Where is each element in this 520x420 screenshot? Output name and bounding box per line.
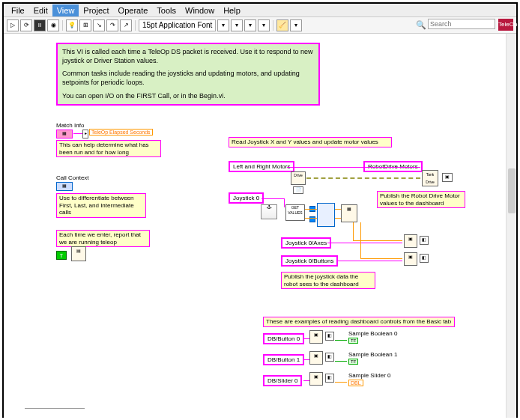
db-icon-0: ◧ xyxy=(325,332,334,341)
db-read-node-2[interactable]: ▣ xyxy=(309,372,323,386)
menu-edit[interactable]: Edit xyxy=(29,4,52,16)
font-selector[interactable]: 15pt Application Font xyxy=(139,19,216,31)
joy-buttons-tag[interactable]: Joystick 0/Buttons xyxy=(281,255,338,267)
read-joy-comment: Read Joystick X and Y values and update … xyxy=(229,137,392,147)
db-read-node-0[interactable]: ▣ xyxy=(309,330,323,344)
match-info-terminal[interactable]: ▦ xyxy=(56,130,73,139)
menu-tools[interactable]: Tools xyxy=(152,4,181,16)
sample-bool0-label: Sample Boolean 0 xyxy=(348,330,397,337)
db-icon-1: ◧ xyxy=(325,353,334,362)
bool-wire xyxy=(335,340,347,341)
search-icon: 🔍 xyxy=(416,20,426,30)
step-in-button[interactable]: ↘ xyxy=(93,19,105,31)
wire xyxy=(360,258,402,259)
buttons-out-icon: ◧ xyxy=(420,254,429,263)
wire xyxy=(287,167,420,168)
arcade-drive-node[interactable]: ▦ xyxy=(341,204,357,222)
publish-joy-comment: Publish the joystick data the robot sees… xyxy=(281,272,375,289)
sample-bool1-label: Sample Boolean 1 xyxy=(348,351,397,358)
write-teleop-node[interactable]: ▤ xyxy=(71,246,86,261)
block-diagram-canvas[interactable]: This VI is called each time a TeleOp DS … xyxy=(4,34,516,418)
wire xyxy=(261,198,284,199)
db-button0-tag[interactable]: DB/Button 0 xyxy=(263,333,304,344)
search-input[interactable] xyxy=(428,19,495,29)
abort-button[interactable]: ◉ xyxy=(47,19,59,31)
sample-bool0-terminal[interactable]: TF xyxy=(348,338,358,344)
joystick-icon[interactable]: 🕹 xyxy=(261,204,277,219)
vertical-scrollbar[interactable] xyxy=(506,34,516,418)
toolbar: ▷ ⟳ II ◉ 💡 ⊞ ↘ ↷ ↗ 15pt Application Font… xyxy=(4,17,516,34)
wire xyxy=(303,359,309,360)
wire xyxy=(353,222,354,240)
refnum-wire xyxy=(306,177,420,179)
pause-button[interactable]: II xyxy=(34,19,46,31)
more-button[interactable]: ▾ xyxy=(290,19,302,31)
db-button1-tag[interactable]: DB/Button 1 xyxy=(263,354,304,365)
match-info-label: Match Info xyxy=(56,122,84,129)
menu-window[interactable]: Window xyxy=(181,4,219,16)
axes-out-icon: ◧ xyxy=(420,236,429,245)
wire xyxy=(335,209,341,210)
call-context-terminal[interactable]: ▦ xyxy=(56,182,73,191)
joystick0-tag[interactable]: Joystick 0 xyxy=(229,192,264,204)
divider xyxy=(25,408,85,409)
vi-icon[interactable]: TeleOp xyxy=(498,19,513,31)
drive-open-node[interactable]: Drive xyxy=(291,171,306,185)
menu-view[interactable]: View xyxy=(52,4,79,16)
lr-motors-tag[interactable]: Left and Right Motors xyxy=(229,161,294,172)
reorder-button[interactable]: ▾ xyxy=(258,19,270,31)
wire xyxy=(303,380,309,381)
enter-help-comment: Each time we enter, report that we are r… xyxy=(56,230,150,247)
drive-sub-icon: 📄 xyxy=(293,186,303,194)
highlight-button[interactable]: 💡 xyxy=(66,19,78,31)
menu-project[interactable]: Project xyxy=(79,4,113,16)
get-values-node[interactable]: GET VALUES xyxy=(285,204,305,221)
wire xyxy=(73,133,82,134)
desc-line2: Common tasks include reading the joystic… xyxy=(62,70,314,87)
examples-comment: These are examples of reading dashboard … xyxy=(263,317,455,327)
wire xyxy=(284,198,285,207)
robot-drive-node[interactable]: TankDrive xyxy=(422,170,438,186)
sample-bool1-terminal[interactable]: TF xyxy=(348,359,358,365)
align-button[interactable]: ▾ xyxy=(217,19,229,31)
match-help-comment: This can help determine what has been ru… xyxy=(56,140,161,157)
bool-wire xyxy=(335,361,347,362)
menu-operate[interactable]: Operate xyxy=(114,4,153,16)
call-help-comment: Use to differentiate between First, Last… xyxy=(56,193,146,218)
unbundle-node[interactable]: ▸ xyxy=(82,130,88,139)
scroll-thumb[interactable] xyxy=(508,168,516,213)
wire xyxy=(303,338,309,339)
teleop-elapsed-terminal: TeleOp Elapsed Seconds xyxy=(89,129,153,136)
true-constant[interactable]: T xyxy=(56,251,67,260)
db-slider0-tag[interactable]: DB/Slider 0 xyxy=(263,375,302,386)
index-array-node[interactable] xyxy=(317,203,335,227)
cleanup-button[interactable]: 🧹 xyxy=(276,19,288,31)
dbl-out-icon: ▣ xyxy=(442,173,453,182)
wire xyxy=(336,261,402,261)
resize-button[interactable]: ▾ xyxy=(244,19,256,31)
distribute-button[interactable]: ▾ xyxy=(231,19,243,31)
desc-line1: This VI is called each time a TeleOp DS … xyxy=(62,48,314,65)
run-button[interactable]: ▷ xyxy=(7,19,19,31)
axes-write-node[interactable]: ▣ xyxy=(404,234,417,248)
step-over-button[interactable]: ↷ xyxy=(106,19,118,31)
menu-help[interactable]: Help xyxy=(219,4,245,16)
buttons-write-node[interactable]: ▣ xyxy=(404,252,417,266)
menubar: File Edit View Project Operate Tools Win… xyxy=(4,4,516,17)
wire xyxy=(327,243,402,243)
wire xyxy=(360,222,361,258)
publish-drive-comment: Publish the Robot Drive Motor values to … xyxy=(377,191,465,208)
run-cont-button[interactable]: ⟳ xyxy=(20,19,32,31)
step-out-button[interactable]: ↗ xyxy=(120,19,132,31)
joy-axes-tag[interactable]: Joystick 0/Axes xyxy=(281,237,331,249)
wire xyxy=(335,218,341,219)
wire xyxy=(305,218,317,219)
retain-button[interactable]: ⊞ xyxy=(79,19,91,31)
db-read-node-1[interactable]: ▣ xyxy=(309,351,323,365)
sample-slider0-label: Sample Slider 0 xyxy=(348,372,390,379)
description-comment: This VI is called each time a TeleOp DS … xyxy=(56,43,320,106)
wire xyxy=(305,209,317,210)
sample-slider0-terminal[interactable]: DBL xyxy=(348,380,363,386)
wire xyxy=(335,382,347,383)
menu-file[interactable]: File xyxy=(7,4,29,16)
